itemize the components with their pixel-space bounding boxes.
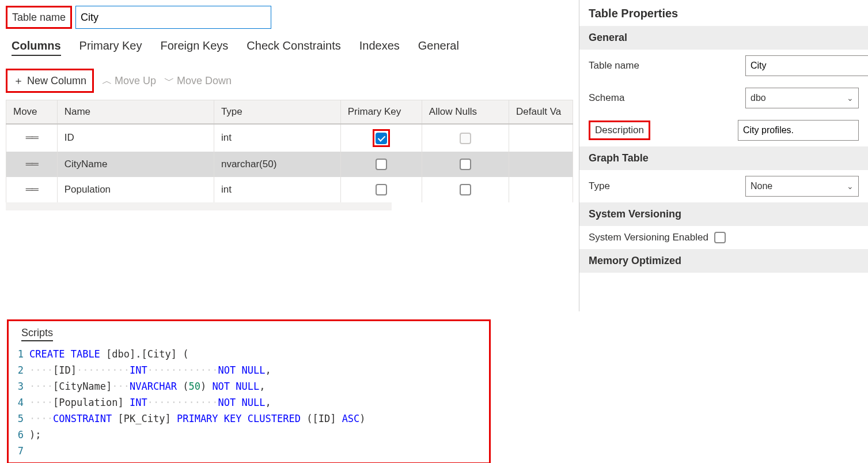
chevron-down-icon: ﹀ xyxy=(164,74,175,88)
section-general: General xyxy=(579,26,868,50)
prop-table-name-label: Table name xyxy=(589,60,738,71)
col-nulls: Allow Nulls xyxy=(422,100,509,125)
pk-checkbox[interactable] xyxy=(376,133,387,144)
code-line: ); xyxy=(29,427,41,443)
chevron-up-icon: ︿ xyxy=(102,74,112,88)
chevron-down-icon: ⌄ xyxy=(847,93,854,103)
cell-type[interactable]: nvarchar(50) xyxy=(214,152,340,177)
prop-type-select[interactable]: None ⌄ xyxy=(745,176,859,197)
line-number: 1 xyxy=(14,346,29,362)
table-name-label: Table name xyxy=(6,6,72,29)
cell-name[interactable]: ID xyxy=(57,124,214,152)
cell-name[interactable]: Population xyxy=(57,177,214,202)
tab-pk[interactable]: Primary Key xyxy=(79,39,142,56)
chevron-down-icon: ⌄ xyxy=(847,182,854,191)
tab-columns[interactable]: Columns xyxy=(12,39,61,56)
col-move: Move xyxy=(6,100,58,125)
cell-default[interactable] xyxy=(509,152,573,177)
pk-checkbox[interactable] xyxy=(376,184,387,195)
cell-pk xyxy=(340,152,422,177)
line-number: 7 xyxy=(14,443,29,459)
col-pk: Primary Key xyxy=(340,100,422,125)
nulls-checkbox xyxy=(460,133,471,144)
tab-gen[interactable]: General xyxy=(418,39,459,56)
cell-nulls xyxy=(422,152,509,177)
cell-type[interactable]: int xyxy=(214,177,340,202)
tab-cc[interactable]: Check Constraints xyxy=(247,39,340,56)
script-editor[interactable]: 1CREATE TABLE [dbo].[City] (2····[ID]···… xyxy=(14,346,483,459)
new-column-label: New Column xyxy=(27,75,86,87)
line-number: 4 xyxy=(14,394,29,411)
prop-type-label: Type xyxy=(589,180,738,192)
line-number: 5 xyxy=(14,411,29,427)
section-versioning: System Versioning xyxy=(579,202,868,226)
scripts-panel: Scripts 1CREATE TABLE [dbo].[City] (2···… xyxy=(7,319,491,463)
drag-handle-icon[interactable]: ══ xyxy=(6,177,58,202)
cell-nulls xyxy=(422,124,509,152)
cell-pk xyxy=(340,124,422,152)
section-graph: Graph Table xyxy=(579,146,868,170)
cell-name[interactable]: CityName xyxy=(57,152,214,177)
properties-title: Table Properties xyxy=(579,7,868,26)
tab-idx[interactable]: Indexes xyxy=(359,39,400,56)
tab-fk[interactable]: Foreign Keys xyxy=(160,39,228,56)
code-line: ····[Population] INT············NOT NULL… xyxy=(29,394,271,411)
cell-default[interactable] xyxy=(509,124,573,152)
scripts-title: Scripts xyxy=(21,327,53,341)
code-line: ····[CityName]···NVARCHAR (50) NOT NULL, xyxy=(29,378,266,394)
code-line: ····CONSTRAINT [PK_City] PRIMARY KEY CLU… xyxy=(29,411,366,427)
horizontal-scrollbar[interactable] xyxy=(6,202,392,210)
line-number: 6 xyxy=(14,427,29,443)
table-row[interactable]: ══IDint xyxy=(6,124,573,152)
code-line: CREATE TABLE [dbo].[City] ( xyxy=(29,346,188,362)
col-name: Name xyxy=(57,100,214,125)
code-line: ····[ID]·········INT············NOT NULL… xyxy=(29,362,271,378)
nulls-checkbox[interactable] xyxy=(460,159,471,170)
move-up-button[interactable]: ︿ Move Up xyxy=(102,74,156,88)
columns-grid: Move Name Type Primary Key Allow Nulls D… xyxy=(6,100,573,202)
col-default: Default Va xyxy=(509,100,573,125)
col-type: Type xyxy=(214,100,340,125)
pk-checkbox[interactable] xyxy=(376,159,387,170)
prop-description-input[interactable] xyxy=(738,120,859,141)
prop-table-name-input[interactable] xyxy=(745,55,868,76)
cell-default[interactable] xyxy=(509,177,573,202)
move-down-button[interactable]: ﹀ Move Down xyxy=(164,74,232,88)
line-number: 2 xyxy=(14,362,29,378)
new-column-button[interactable]: ＋ New Column xyxy=(6,69,94,93)
cell-pk xyxy=(340,177,422,202)
line-number: 3 xyxy=(14,378,29,394)
table-row[interactable]: ══CityNamenvarchar(50) xyxy=(6,152,573,177)
drag-handle-icon[interactable]: ══ xyxy=(6,124,58,152)
prop-description-label: Description xyxy=(589,121,650,140)
drag-handle-icon[interactable]: ══ xyxy=(6,152,58,177)
table-name-input[interactable] xyxy=(75,6,271,29)
prop-schema-select[interactable]: dbo ⌄ xyxy=(745,88,859,108)
cell-type[interactable]: int xyxy=(214,124,340,152)
versioning-enabled-checkbox[interactable] xyxy=(714,232,726,243)
table-row[interactable]: ══Populationint xyxy=(6,177,573,202)
versioning-enabled-label: System Versioning Enabled xyxy=(589,232,708,243)
nulls-checkbox[interactable] xyxy=(460,184,471,195)
cell-nulls xyxy=(422,177,509,202)
properties-panel: Table Properties General Table name Sche… xyxy=(579,0,868,311)
section-memory: Memory Optimized xyxy=(579,249,868,273)
prop-schema-label: Schema xyxy=(589,92,738,104)
tabs: ColumnsPrimary KeyForeign KeysCheck Cons… xyxy=(6,39,573,56)
plus-icon: ＋ xyxy=(13,74,24,88)
